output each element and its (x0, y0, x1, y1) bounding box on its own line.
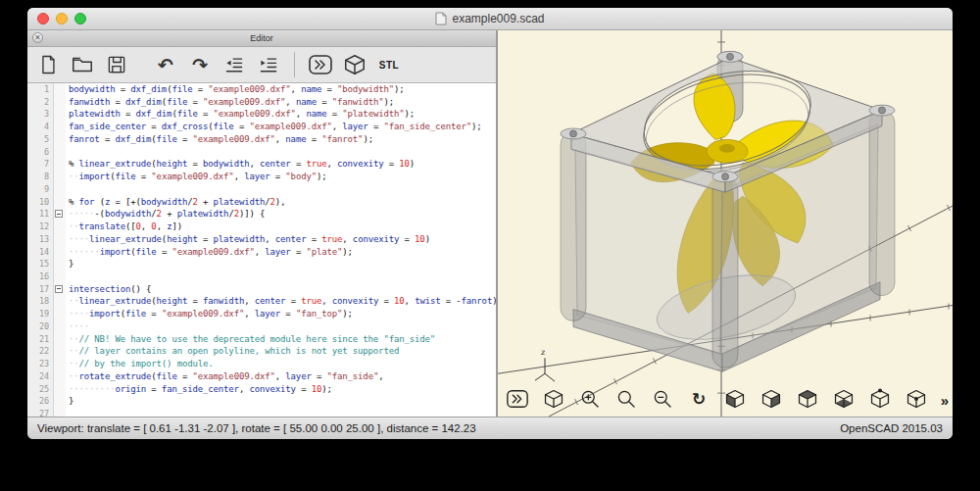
fold-column (54, 158, 66, 171)
code-line[interactable]: 15} (27, 258, 496, 270)
code-line[interactable]: 12··translate([0, 0, z]) (27, 221, 496, 233)
redo-icon[interactable]: ↷ (187, 52, 213, 77)
new-file-icon[interactable] (35, 52, 61, 77)
code-line[interactable]: 11·····-(bodywidth/2 + platewidth/2)]) { (27, 208, 496, 221)
undo-icon[interactable]: ↶ (153, 52, 178, 77)
code-text (66, 146, 496, 159)
code-line[interactable]: 2fanwidth = dxf_dim(file = "example009.d… (27, 96, 496, 109)
zoom-in-icon[interactable] (578, 387, 602, 411)
code-line[interactable]: 13····linear_extrude(height = platewidth… (27, 233, 496, 246)
line-number: 19 (27, 308, 54, 320)
unindent-icon[interactable] (221, 52, 247, 77)
code-text: } (66, 395, 496, 408)
code-line[interactable]: 1bodywidth = dxf_dim(file = "example009.… (27, 83, 496, 96)
code-line[interactable]: 4fan_side_center = dxf_cross(file = "exa… (27, 121, 496, 133)
minimize-window-button[interactable] (56, 13, 68, 25)
code-line[interactable]: 23··// by the import() module. (27, 358, 496, 370)
window-titlebar[interactable]: example009.scad (27, 8, 953, 30)
code-line[interactable]: 6 (27, 146, 496, 159)
view-center-icon[interactable] (905, 387, 928, 411)
fold-column (54, 183, 66, 196)
indent-icon[interactable] (256, 52, 281, 77)
fold-marker[interactable] (54, 283, 66, 296)
line-number: 8 (27, 171, 54, 183)
axis-indicator: z (535, 348, 555, 381)
editor-panel: × Editor ↶ ↷ (27, 30, 496, 417)
close-window-button[interactable] (37, 13, 49, 25)
more-tools-button[interactable]: » (941, 392, 949, 409)
line-number: 5 (27, 133, 54, 146)
fold-column (54, 221, 66, 233)
code-text: ····import(file = "example009.dxf", laye… (66, 308, 496, 320)
viewport-toolbar: ↻ (506, 387, 928, 411)
code-text: ··rotate_extrude(file = "example009.dxf"… (66, 370, 496, 383)
code-line[interactable]: 3platewidth = dxf_dim(file = "example009… (27, 108, 496, 121)
zoom-out-icon[interactable] (651, 387, 674, 411)
traffic-lights (37, 8, 86, 29)
code-line[interactable]: 20···· (27, 320, 496, 333)
3d-model (561, 51, 895, 371)
line-number: 4 (27, 121, 54, 133)
render-icon[interactable] (542, 387, 565, 411)
code-text: } (66, 258, 496, 270)
line-number: 12 (27, 221, 54, 233)
3d-viewport[interactable]: z (498, 30, 953, 417)
code-line[interactable]: 25·········origin = fan_side_center, con… (27, 383, 496, 396)
open-file-icon[interactable] (70, 52, 95, 77)
code-line[interactable]: 19····import(file = "example009.dxf", la… (27, 308, 496, 320)
code-text: % for (z = [+(bodywidth/2 + platewidth/2… (66, 196, 496, 209)
code-text: ···· (66, 320, 496, 333)
editor-panel-header[interactable]: × Editor (27, 30, 496, 47)
code-line[interactable]: 24··rotate_extrude(file = "example009.dx… (27, 370, 496, 383)
code-lines[interactable]: 1bodywidth = dxf_dim(file = "example009.… (27, 83, 496, 417)
status-bar: Viewport: translate = [ 0.61 -1.31 -2.07… (27, 417, 953, 439)
code-text: platewidth = dxf_dim(file = "example009.… (66, 108, 496, 121)
code-line[interactable]: 17intersection() { (27, 283, 496, 296)
line-number: 25 (27, 383, 54, 396)
code-line[interactable]: 14······import(file = "example009.dxf", … (27, 246, 496, 259)
code-line[interactable]: 9 (27, 183, 496, 196)
code-line[interactable]: 18··linear_extrude(height = fanwidth, ce… (27, 295, 496, 308)
fold-column (54, 395, 66, 408)
code-line[interactable]: 21··// NB! We have to use the deprecated… (27, 333, 496, 346)
code-text (66, 408, 496, 417)
fold-column (54, 108, 66, 121)
stl-export-icon[interactable]: STL (376, 52, 402, 77)
line-number: 14 (27, 246, 54, 259)
fold-column (54, 358, 66, 370)
view-right-icon[interactable] (760, 387, 783, 411)
preview-icon[interactable] (308, 52, 333, 77)
save-icon[interactable] (104, 52, 129, 77)
window-title: example009.scad (435, 12, 544, 25)
code-text: bodywidth = dxf_dim(file = "example009.d… (66, 83, 496, 96)
editor-toolbar: ↶ ↷ STL (27, 47, 496, 83)
code-line[interactable]: 7% linear_extrude(height = bodywidth, ce… (27, 158, 496, 171)
reset-view-icon[interactable]: ↻ (687, 387, 710, 411)
code-text: ····linear_extrude(height = platewidth, … (66, 233, 496, 246)
code-line[interactable]: 5fanrot = dxf_dim(file = "example009.dxf… (27, 133, 496, 146)
zoom-all-icon[interactable] (614, 387, 638, 411)
code-line[interactable]: 16 (27, 270, 496, 283)
fold-marker[interactable] (54, 208, 66, 221)
line-number: 27 (27, 408, 54, 417)
view-diagonal-icon[interactable] (868, 387, 892, 411)
code-text: ··// layer contains an open polyline, wh… (66, 345, 496, 358)
view-top-icon[interactable] (796, 387, 819, 411)
code-line[interactable]: 8··import(file = "example009.dxf", layer… (27, 171, 496, 183)
zoom-window-button[interactable] (74, 13, 86, 25)
preview-icon[interactable] (506, 387, 529, 411)
code-line[interactable]: 26} (27, 395, 496, 408)
line-number: 18 (27, 295, 54, 308)
code-text: ··import(file = "example009.dxf", layer … (66, 171, 496, 183)
fold-column (54, 270, 66, 283)
code-line[interactable]: 22··// layer contains an open polyline, … (27, 345, 496, 358)
panel-close-icon[interactable]: × (32, 32, 43, 43)
view-left-icon[interactable] (723, 387, 747, 411)
line-number: 21 (27, 333, 54, 346)
render-icon[interactable] (342, 52, 368, 77)
view-bottom-icon[interactable] (832, 387, 856, 411)
code-line[interactable]: 10% for (z = [+(bodywidth/2 + platewidth… (27, 196, 496, 209)
openscad-window: example009.scad × Editor ↶ (27, 8, 953, 439)
fold-column (54, 383, 66, 396)
code-line[interactable]: 27 (27, 408, 496, 417)
